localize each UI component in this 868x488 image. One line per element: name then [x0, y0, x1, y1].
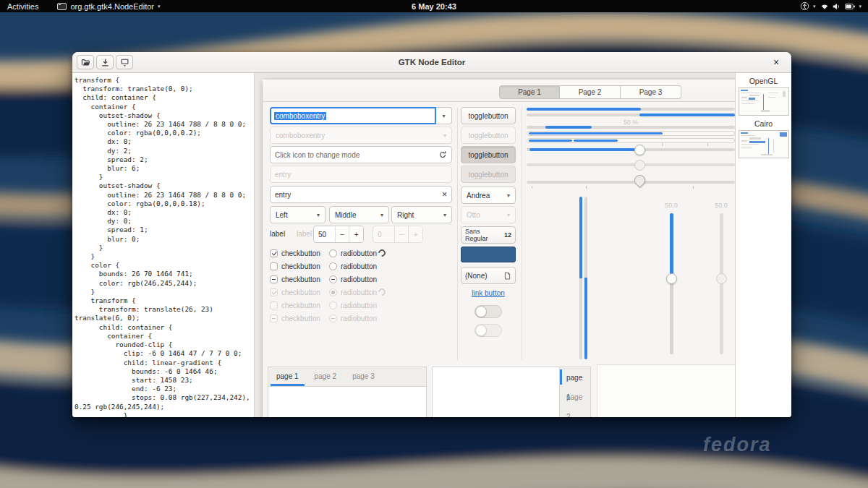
- hscale-slider[interactable]: [634, 145, 645, 155]
- font-size: 12: [504, 231, 511, 239]
- spin-value: 0: [373, 226, 394, 242]
- radio-icon: [329, 262, 337, 270]
- clock-button[interactable]: 6 May 20:43: [412, 2, 456, 11]
- checkbutton[interactable]: checkbutton: [270, 273, 320, 285]
- tab-page3[interactable]: Page 3: [621, 85, 681, 99]
- vertical-progressbar-inverted: [584, 197, 587, 359]
- comboboxentry-field[interactable]: comboboxentry: [270, 107, 436, 124]
- scale-mark: [532, 186, 532, 189]
- checkbox-icon: [270, 249, 278, 257]
- radiobutton[interactable]: radiobutton: [329, 260, 377, 272]
- radiobutton-label: radiobutton: [341, 249, 377, 257]
- radiobutton-disabled: radiobutton: [329, 299, 377, 311]
- export-display-button[interactable]: [116, 55, 133, 69]
- accessibility-menu[interactable]: ▾: [800, 1, 816, 11]
- wifi-icon: [820, 3, 829, 10]
- combo-right[interactable]: Right ▾: [391, 206, 452, 223]
- close-button[interactable]: ×: [768, 54, 784, 70]
- combo-left[interactable]: Left ▾: [270, 206, 326, 223]
- opengl-render-thumbnail[interactable]: [739, 87, 789, 116]
- gnome-top-bar: Activities org.gtk.gtk4.NodeEditor ▾ 6 M…: [0, 0, 868, 12]
- combo-value: Otto: [467, 211, 480, 219]
- comboboxentry-disabled: comboboxentry ▾: [270, 127, 452, 144]
- open-button[interactable]: [77, 55, 94, 69]
- spin-minus-button[interactable]: −: [335, 226, 349, 242]
- togglebutton-pressed-disabled: togglebutton: [461, 166, 516, 183]
- tab-page1[interactable]: Page 1: [499, 85, 560, 99]
- spinner-icon: [377, 287, 387, 297]
- app-window-icon: [57, 3, 67, 10]
- radiobutton[interactable]: radiobutton: [329, 273, 377, 285]
- refresh-icon: [438, 150, 447, 159]
- file-chooser-button[interactable]: (None): [461, 267, 516, 284]
- scale-mark: [586, 186, 587, 189]
- vscale-disabled-slider: [716, 273, 727, 284]
- spinner-disabled: [378, 286, 386, 298]
- notebook-side-tabs: page 1 page 2: [432, 367, 591, 417]
- switch-off[interactable]: [475, 305, 502, 318]
- radiobutton[interactable]: radiobutton: [329, 247, 377, 259]
- side-tab-page2[interactable]: page 2: [560, 387, 590, 406]
- checkbutton[interactable]: checkbutton: [270, 247, 320, 259]
- tab-page2[interactable]: Page 2: [560, 85, 621, 99]
- radiobutton-disabled: radiobutton: [329, 312, 377, 324]
- save-button[interactable]: [96, 55, 114, 69]
- progressbar-track: [527, 108, 735, 111]
- vscale-slider[interactable]: [666, 273, 677, 284]
- togglebutton[interactable]: togglebutton: [461, 107, 516, 124]
- comboboxentry[interactable]: comboboxentry ▾: [270, 107, 452, 124]
- icon-mode-entry[interactable]: Click icon to change mode: [270, 146, 452, 163]
- check-radio-row: checkbutton radiobutton: [270, 260, 452, 272]
- radiobutton-disabled: radiobutton: [329, 286, 377, 298]
- rendered-content: comboboxentry ▾ comboboxentry ▾ Click ic…: [263, 102, 735, 417]
- comboboxentry-disabled-text: comboboxentry: [276, 132, 325, 140]
- link-button[interactable]: link button: [472, 289, 505, 297]
- hscale-marks-slider[interactable]: [632, 173, 647, 188]
- node-code-editor[interactable]: transform { transform: translate(0, 0); …: [72, 73, 255, 417]
- titlebar[interactable]: GTK Node Editor ×: [72, 52, 791, 73]
- spinbutton[interactable]: 50 − +: [313, 226, 364, 243]
- chevron-down-icon: ▾: [443, 132, 446, 139]
- switch-off-disabled: [475, 324, 502, 337]
- side-tab-page1[interactable]: page 1: [560, 367, 590, 387]
- check-radio-row: checkbutton radiobutton: [270, 247, 452, 259]
- entry-disabled-text: entry: [275, 171, 291, 179]
- checkbox-icon: [270, 301, 278, 309]
- check-radio-row-disabled: checkbutton radiobutton: [270, 286, 452, 298]
- text-view-panel[interactable]: [597, 364, 735, 417]
- text-entry[interactable]: entry ×: [270, 186, 452, 203]
- app-menu-button[interactable]: org.gtk.gtk4.NodeEditor ▾: [57, 2, 160, 11]
- label-spin-row: label label 50 − + 0 − +: [270, 226, 452, 243]
- entry-text: entry: [275, 191, 291, 199]
- cairo-render-thumbnail[interactable]: [739, 130, 789, 158]
- font-button[interactable]: Sans Regular 12: [461, 226, 516, 244]
- system-status-menu[interactable]: ▾: [820, 3, 861, 10]
- font-name: Sans Regular: [465, 228, 502, 242]
- chevron-down-icon: ▾: [317, 212, 320, 218]
- togglebutton-pressed[interactable]: togglebutton: [461, 146, 516, 163]
- spinbutton-disabled: 0 − +: [373, 226, 423, 243]
- notebook-tab-page2[interactable]: page 2: [307, 367, 345, 386]
- progress-segment: [574, 140, 618, 142]
- checkbutton[interactable]: checkbutton: [270, 260, 320, 272]
- refresh-icon-button[interactable]: [438, 150, 447, 159]
- hscale-marks-track: [527, 181, 735, 184]
- notebook-tab-page1[interactable]: page 1: [268, 367, 307, 386]
- spin-value[interactable]: 50: [314, 226, 335, 242]
- color-button[interactable]: [461, 247, 516, 262]
- checkbutton-label: checkbutton: [281, 262, 320, 270]
- activities-button[interactable]: Activities: [7, 2, 38, 11]
- combo-value: Left: [276, 211, 288, 219]
- clear-entry-button[interactable]: ×: [442, 189, 447, 200]
- notebook-tab-page3[interactable]: page 3: [344, 367, 383, 386]
- dropdown-button[interactable]: ▾: [436, 107, 452, 124]
- radio-icon: [329, 301, 337, 309]
- check-radio-row-disabled: checkbutton radiobutton: [270, 312, 452, 324]
- chevron-down-icon: ▾: [813, 4, 816, 9]
- spin-plus-button[interactable]: +: [349, 226, 363, 242]
- progress-segment: [529, 140, 572, 142]
- combo-middle[interactable]: Middle ▾: [329, 206, 389, 223]
- name-combobox[interactable]: Andrea ▾: [461, 187, 516, 204]
- checkbox-icon: [270, 288, 278, 296]
- scale-mark: [693, 186, 694, 189]
